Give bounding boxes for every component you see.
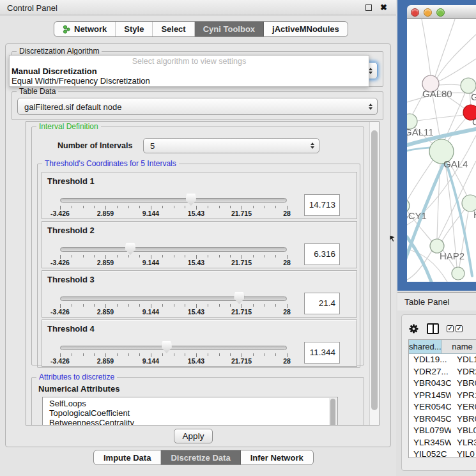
algorithm-option[interactable]: Equal Width/Frequency Discretization [10,76,369,86]
threshold-value-field[interactable]: 11.344 [304,342,340,364]
settings-vertical-scrollbar[interactable] [369,122,379,425]
float-window-icon[interactable] [365,4,372,11]
threshold-label: Threshold 1 [47,176,95,186]
table-panel-titlebar: Table Panel [397,292,476,311]
tick-label: 21.715 [231,357,252,365]
tab-jactivemnodules[interactable]: jActiveMNodules [264,22,348,36]
cell-shared-name: YLR345W [409,437,451,449]
node-unlabeled[interactable] [452,267,464,280]
tick-label: 28 [283,308,291,316]
number-of-intervals-value: 5 [150,141,155,151]
threshold-panel-1: Threshold 1-3.4262.8599.14415.4321.71528… [42,172,357,219]
threshold-slider-thumb[interactable] [186,194,196,206]
threshold-panel-3: Threshold 3-3.4262.8599.14415.4321.71528… [42,270,357,318]
node-label: GAL80 [422,88,452,99]
table-row[interactable]: YBR045CYBR0 [409,413,476,426]
threshold-slider-track[interactable] [60,198,287,203]
threshold-slider-track[interactable] [60,296,287,301]
tick-label: 15.43 [188,210,204,217]
tab-select[interactable]: Select [153,22,194,36]
numerical-attributes-label: Numerical Attributes [38,384,119,394]
table-data-label: Table Data [17,87,58,96]
cell-name: YDR2 [451,366,476,378]
table-row[interactable]: YDR27...YDR2 [409,366,476,378]
slider-tick-labels: -3.4262.8599.14415.4321.71528 [42,259,317,266]
threshold-value-field[interactable]: 6.316 [304,243,340,265]
tick-label: 2.859 [97,308,114,316]
threshold-slider-thumb[interactable] [125,243,135,255]
table-data-combobox[interactable]: galFiltered.sif default node [17,98,378,115]
network-canvas[interactable]: GAL80GALCGAL11GAL4GCY1HHAP2 [407,19,476,282]
tab-network[interactable]: Network [54,22,116,36]
tab-impute-data[interactable]: Impute Data [94,450,161,464]
checkbox-icon[interactable]: ✓ [456,325,463,332]
attributes-list-scrollbar[interactable] [329,398,337,426]
tab-label: Style [124,24,144,34]
number-of-intervals-spinner[interactable]: 5 [143,138,319,153]
apply-button[interactable]: Apply [174,429,213,443]
cell-shared-name: YIL052C [409,449,451,458]
tick-label: 2.859 [97,259,114,266]
table-row[interactable]: YBR043CYBR0 [409,378,476,390]
threshold-value-field[interactable]: 21.4 [304,293,340,314]
cell-name: YLR3 [451,437,476,449]
tab-infer-network[interactable]: Infer Network [241,450,313,464]
threshold-slider-thumb[interactable] [234,292,244,304]
threshold-panel-2: Threshold 2-3.4262.8599.14415.4321.71528… [42,221,357,268]
network-window-titlebar[interactable] [407,5,476,19]
attribute-item[interactable]: BetweennessCentrality [43,418,337,426]
combo-arrows-icon [369,104,372,110]
attribute-item[interactable]: TopologicalCoefficient [43,408,337,418]
scrollbar-thumb[interactable] [371,130,378,410]
threshold-slider-track[interactable] [60,247,287,252]
threshold-label: Threshold 3 [47,275,95,284]
network-view-window: GAL80GALCGAL11GAL4GCY1HHAP2 [397,0,476,291]
table-data-group: Table Data galFiltered.sif default node [12,91,383,120]
tab-label: Network [74,24,107,34]
cell-shared-name: YPR145W [409,390,451,402]
tab-style[interactable]: Style [116,22,153,36]
tab-label: Select [161,24,185,34]
attribute-item[interactable]: SelfLoops [43,399,337,408]
attributes-group: Attributes to discretize Numerical Attri… [31,377,364,426]
column-header-shared-name[interactable]: shared... [409,340,441,353]
threshold-value-field[interactable]: 14.713 [304,194,340,216]
algorithm-placeholder-option[interactable]: Select algorithm to view settings [10,56,369,66]
checkbox-icon[interactable]: ✓ [447,325,454,332]
gear-icon[interactable] [408,323,419,334]
tab-label: Cyni Toolbox [203,24,255,34]
tab-discretize-data[interactable]: Discretize Data [161,450,240,464]
table-row[interactable]: YDL19...YDL1 [409,354,476,366]
split-columns-icon[interactable] [427,323,439,334]
threshold-panel-4: Threshold 4-3.4262.8599.14415.4321.71528… [42,319,357,367]
threshold-slider-track[interactable] [60,346,287,350]
table-row[interactable]: YBL079WYBL0 [409,425,476,437]
close-traffic-light-icon[interactable] [411,8,419,17]
cell-name: YIL0 [451,449,476,458]
algorithm-option[interactable]: Manual Discretization [10,66,369,76]
table-row[interactable]: YPR145WYPR1 [409,390,476,402]
table-rows: YDL19...YDL1YDR27...YDR2YBR043CYBR0YPR14… [409,354,476,458]
tab-cyni-toolbox[interactable]: Cyni Toolbox [195,22,264,36]
numerical-attributes-list[interactable]: SelfLoopsTopologicalCoefficientBetweenne… [42,397,338,426]
cell-shared-name: YBL079W [409,425,451,437]
threshold-label: Threshold 4 [47,324,95,334]
cell-shared-name: YBR043C [409,378,451,390]
threshold-slider-thumb[interactable] [162,341,172,353]
table-header-row: shared... name [409,340,476,354]
network-svg: GAL80GALCGAL11GAL4GCY1HHAP2 [407,19,476,282]
table-panel-title: Table Panel [404,297,450,307]
tick-label: 15.43 [188,308,204,316]
column-header-name[interactable]: name [441,340,476,353]
column-visibility-icons[interactable]: ✓✓ [447,325,463,332]
table-row[interactable]: YLR345WYLR3 [409,437,476,449]
minimize-traffic-light-icon[interactable] [424,8,432,17]
table-row[interactable]: YIL052CYIL0 [409,449,476,458]
table-row[interactable]: YER054CYER0 [409,401,476,413]
thresholds-group: Threshold's Coordinates for 5 Intervals … [37,164,360,368]
tick-label: 28 [283,210,291,217]
close-icon[interactable]: ✖ [380,3,387,12]
tick-label: 9.144 [142,259,159,266]
zoom-traffic-light-icon[interactable] [436,8,445,17]
cyni-bottom-tabbar: Impute DataDiscretize DataInfer Network [93,450,314,465]
